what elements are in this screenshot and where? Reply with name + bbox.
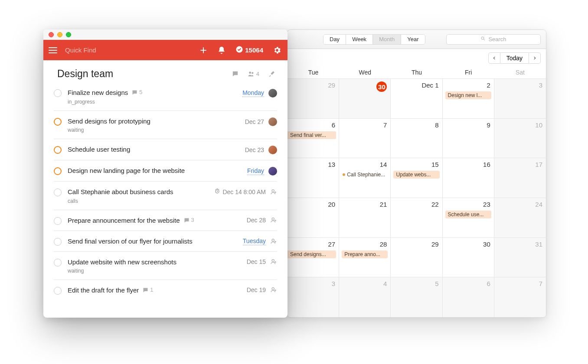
calendar-cell[interactable]: 7: [494, 277, 546, 317]
task-comments[interactable]: 1: [142, 286, 153, 294]
task-row[interactable]: Update website with new screenshotswaiti…: [54, 252, 277, 280]
view-week[interactable]: Week: [346, 35, 373, 44]
assign-icon[interactable]: [270, 258, 277, 265]
task-checkbox[interactable]: [54, 188, 62, 196]
task-label[interactable]: calls: [68, 198, 208, 204]
task-row[interactable]: Send designs for prototypingwaitingDec 2…: [54, 111, 277, 140]
task-checkbox[interactable]: [54, 89, 62, 97]
calendar-cell[interactable]: 31: [494, 238, 546, 277]
task-checkbox[interactable]: [54, 287, 62, 295]
calendar-cell[interactable]: 8: [391, 119, 442, 158]
project-tools-icon[interactable]: [268, 70, 275, 78]
calendar-event[interactable]: Send designs...: [287, 250, 336, 258]
task-row[interactable]: Prepare announcement for the website3Dec…: [54, 210, 277, 231]
karma-score[interactable]: 15064: [235, 46, 263, 55]
calendar-cell[interactable]: 10: [494, 119, 546, 158]
today-button[interactable]: Today: [500, 52, 529, 64]
calendar-cell[interactable]: 3: [494, 79, 546, 118]
task-label[interactable]: waiting: [68, 268, 241, 274]
project-comments-icon[interactable]: [232, 70, 239, 78]
project-people-icon[interactable]: 4: [248, 70, 259, 78]
maximize-window-button[interactable]: [66, 32, 71, 37]
assign-icon[interactable]: [270, 238, 277, 245]
calendar-cell[interactable]: 23Schedule use...: [443, 198, 494, 237]
calendar-cell[interactable]: 2Design new l...: [443, 79, 494, 118]
calendar-cell[interactable]: Dec 1: [391, 79, 442, 118]
assignee-avatar[interactable]: [268, 89, 277, 98]
calendar-cell[interactable]: 9: [443, 119, 494, 158]
menu-icon[interactable]: [49, 47, 57, 53]
calendar-cell[interactable]: 7: [339, 119, 391, 158]
calendar-cell[interactable]: 17: [494, 158, 546, 198]
calendar-cell[interactable]: 21: [339, 198, 391, 237]
close-window-button[interactable]: [49, 32, 54, 37]
task-comments[interactable]: 5: [131, 89, 142, 96]
task-row[interactable]: Finalize new designs5in_progressMonday: [54, 86, 277, 111]
task-row[interactable]: Design new landing page for the websiteF…: [54, 160, 277, 182]
calendar-cell[interactable]: 14Call Stephanie...: [339, 158, 391, 198]
notifications-icon[interactable]: [217, 46, 226, 55]
task-date[interactable]: Dec 28: [247, 217, 266, 224]
task-date[interactable]: Monday: [242, 89, 264, 97]
calendar-cell[interactable]: 30: [339, 79, 391, 118]
assignee-avatar[interactable]: [268, 167, 277, 176]
quick-find-input[interactable]: Quick Find: [62, 46, 194, 54]
calendar-cell[interactable]: 6Send final ver...: [287, 119, 339, 158]
calendar-cell[interactable]: 29: [391, 238, 442, 277]
assignee-avatar[interactable]: [268, 117, 277, 126]
task-date[interactable]: Friday: [247, 167, 264, 175]
task-checkbox[interactable]: [54, 217, 62, 225]
task-comments[interactable]: 3: [183, 217, 194, 224]
task-row[interactable]: Call Stephanie about business cardscalls…: [54, 182, 277, 210]
calendar-cell[interactable]: 22: [391, 198, 442, 237]
calendar-cell[interactable]: 13: [287, 158, 339, 198]
task-checkbox[interactable]: [54, 238, 62, 246]
assign-icon[interactable]: [270, 217, 277, 224]
task-label[interactable]: in_progress: [68, 99, 236, 105]
calendar-cell[interactable]: 20: [287, 198, 339, 237]
calendar-event[interactable]: Send final ver...: [287, 131, 336, 139]
calendar-cell[interactable]: 16: [443, 158, 494, 198]
task-row[interactable]: Edit the draft for the flyer1Dec 19: [54, 280, 277, 300]
next-month-button[interactable]: [529, 52, 541, 64]
calendar-event[interactable]: Schedule use...: [445, 211, 491, 218]
task-date[interactable]: Dec 14 8:00 AM: [214, 188, 266, 195]
task-date[interactable]: Tuesday: [243, 237, 266, 245]
task-checkbox[interactable]: [54, 167, 62, 175]
task-date[interactable]: Dec 19: [247, 286, 266, 293]
view-month[interactable]: Month: [373, 35, 401, 44]
calendar-event[interactable]: Update webs...: [393, 171, 439, 179]
view-year[interactable]: Year: [401, 35, 425, 44]
settings-icon[interactable]: [273, 46, 281, 55]
calendar-cell[interactable]: 30: [443, 238, 494, 277]
assign-icon[interactable]: [270, 188, 277, 195]
minimize-window-button[interactable]: [57, 32, 62, 37]
task-date[interactable]: Dec 15: [247, 258, 266, 265]
calendar-cell[interactable]: 5: [391, 277, 442, 317]
prev-month-button[interactable]: [488, 52, 500, 64]
view-day[interactable]: Day: [323, 35, 346, 44]
assign-icon[interactable]: [270, 286, 277, 293]
calendar-event[interactable]: Prepare anno...: [342, 250, 388, 258]
calendar-cell[interactable]: 27Send designs...: [287, 238, 339, 277]
calendar-cell[interactable]: 29: [287, 79, 339, 118]
add-task-button[interactable]: [199, 46, 208, 55]
calendar-search[interactable]: Search: [446, 34, 541, 45]
calendar-event[interactable]: Design new l...: [445, 91, 491, 99]
calendar-event[interactable]: Call Stephanie...: [342, 171, 388, 179]
task-label[interactable]: waiting: [68, 127, 239, 133]
task-row[interactable]: Send final version of our flyer for jour…: [54, 231, 277, 252]
calendar-cell[interactable]: 6: [443, 277, 494, 317]
task-date[interactable]: Dec 27: [245, 118, 264, 125]
task-row[interactable]: Schedule user testingDec 23: [54, 139, 277, 160]
task-date[interactable]: Dec 23: [245, 146, 264, 153]
calendar-cell[interactable]: 24: [494, 198, 546, 237]
task-checkbox[interactable]: [54, 259, 62, 266]
calendar-cell[interactable]: 28Prepare anno...: [339, 238, 391, 277]
calendar-cell[interactable]: 3: [287, 277, 339, 317]
task-checkbox[interactable]: [54, 146, 62, 154]
task-checkbox[interactable]: [54, 118, 62, 126]
calendar-cell[interactable]: 4: [339, 277, 391, 317]
calendar-cell[interactable]: 15Update webs...: [391, 158, 442, 198]
assignee-avatar[interactable]: [268, 146, 277, 154]
